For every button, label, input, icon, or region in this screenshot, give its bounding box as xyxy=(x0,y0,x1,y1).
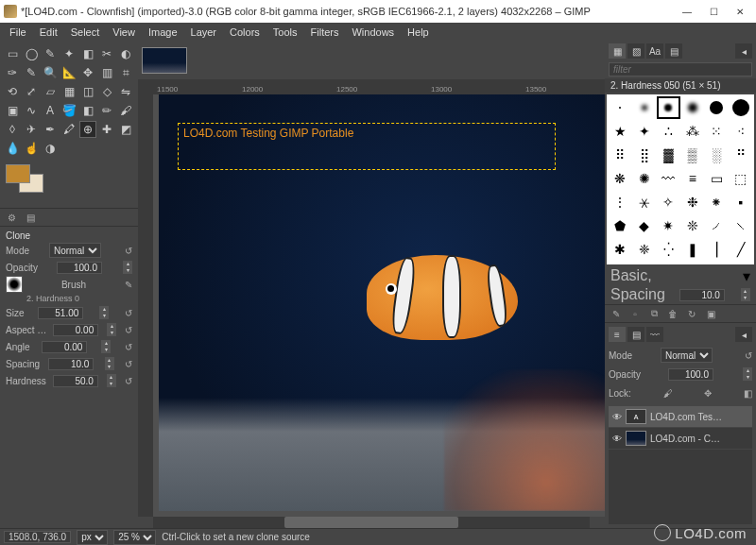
color-swatch[interactable] xyxy=(0,161,138,208)
perspective-clone-tool[interactable]: ◩ xyxy=(117,121,134,138)
brush-item[interactable]: ✷ xyxy=(657,214,680,237)
move-tool[interactable]: ✥ xyxy=(79,64,96,81)
brush-item[interactable]: ❈ xyxy=(633,238,657,261)
color-select-tool[interactable]: ◧ xyxy=(79,45,96,62)
visibility-icon[interactable]: 👁 xyxy=(612,434,622,444)
rect-select-tool[interactable]: ▭ xyxy=(4,45,21,62)
brush-item[interactable]: ◆ xyxy=(633,214,657,237)
paintbrush-tool[interactable]: 🖌 xyxy=(117,102,134,119)
brushes-tab-icon[interactable]: ▦ xyxy=(609,43,626,59)
reset-icon[interactable]: ↺ xyxy=(125,359,132,369)
device-status-tab-icon[interactable]: ▤ xyxy=(23,211,38,224)
pencil-tool[interactable]: ✏ xyxy=(98,102,115,119)
minimize-button[interactable]: — xyxy=(675,3,699,20)
brush-item[interactable]: ⠿ xyxy=(609,144,632,166)
channels-tab-icon[interactable]: ▤ xyxy=(627,327,644,342)
menu-colors[interactable]: Colors xyxy=(224,25,266,40)
brush-item[interactable]: ⬚ xyxy=(730,167,753,190)
brush-item[interactable]: ▭ xyxy=(705,167,729,190)
foreground-color[interactable] xyxy=(6,164,30,183)
brush-item[interactable]: ⟋ xyxy=(705,214,729,237)
brush-item[interactable]: ⚹ xyxy=(633,191,657,213)
blur-tool[interactable]: 💧 xyxy=(4,140,21,157)
brush-item[interactable]: ⁕ xyxy=(705,191,729,213)
spacing-value[interactable]: 10.0 xyxy=(48,358,94,370)
reset-icon[interactable]: ↺ xyxy=(745,350,752,361)
perspective-tool[interactable]: ▦ xyxy=(60,83,77,100)
text-tool[interactable]: A xyxy=(42,102,59,119)
fonts-tab-icon[interactable]: Aa xyxy=(646,43,663,59)
brush-item[interactable]: ⬟ xyxy=(609,214,632,237)
menu-image[interactable]: Image xyxy=(143,25,183,40)
brush-item[interactable]: ⁖ xyxy=(730,120,753,143)
warp-tool[interactable]: ∿ xyxy=(23,102,40,119)
lock-position-icon[interactable]: ✥ xyxy=(704,388,712,399)
gradient-tool[interactable]: ◧ xyxy=(79,102,96,119)
delete-brush-icon[interactable]: 🗑 xyxy=(665,307,680,320)
free-select-tool[interactable]: ✎ xyxy=(42,45,59,62)
ellipse-select-tool[interactable]: ◯ xyxy=(23,45,40,62)
chevron-down-icon[interactable]: ▾ xyxy=(743,267,750,285)
maximize-button[interactable]: ☐ xyxy=(701,3,726,20)
brush-item[interactable]: ⣿ xyxy=(633,144,657,166)
brush-filter-input[interactable] xyxy=(609,62,752,77)
horizontal-scrollbar[interactable] xyxy=(153,517,590,528)
brush-item[interactable]: ✦ xyxy=(633,120,657,143)
angle-value[interactable]: 0.00 xyxy=(42,341,87,353)
menu-windows[interactable]: Windows xyxy=(346,25,400,40)
align-tool[interactable]: ▥ xyxy=(98,64,115,81)
brush-item[interactable]: ⁛ xyxy=(657,238,680,261)
duplicate-brush-icon[interactable]: ⧉ xyxy=(646,307,662,320)
history-tab-icon[interactable]: ▤ xyxy=(665,43,682,59)
transform-3d-tool[interactable]: ◫ xyxy=(79,83,96,100)
ink-tool[interactable]: ✒ xyxy=(42,121,59,138)
menu-help[interactable]: Help xyxy=(402,25,435,40)
layer-opacity-value[interactable]: 100.0 xyxy=(668,368,713,381)
menu-select[interactable]: Select xyxy=(65,25,106,40)
visibility-icon[interactable]: 👁 xyxy=(612,412,622,422)
mypaint-brush-tool[interactable]: 🖍 xyxy=(60,121,77,138)
menu-edit[interactable]: Edit xyxy=(34,25,63,40)
paths-tab-icon[interactable]: 〰 xyxy=(646,327,663,342)
spin-up-icon[interactable]: ▴ xyxy=(123,261,132,267)
brush-item[interactable]: ⁙ xyxy=(705,120,729,143)
clone-tool[interactable]: ⊕ xyxy=(79,121,96,138)
bucket-fill-tool[interactable]: 🪣 xyxy=(60,102,77,119)
brush-item[interactable]: ▒ xyxy=(681,144,705,166)
brush-item[interactable]: ⁂ xyxy=(681,120,705,143)
basic-label[interactable]: Basic, xyxy=(610,267,652,284)
patterns-tab-icon[interactable]: ▨ xyxy=(627,43,644,59)
brush-spacing-value[interactable]: 10.0 xyxy=(679,289,725,301)
reset-icon[interactable]: ↺ xyxy=(125,325,132,335)
brush-item[interactable]: ❊ xyxy=(681,214,705,237)
brush-item[interactable]: 〰 xyxy=(657,167,680,190)
brush-item[interactable]: ⎮ xyxy=(705,238,729,261)
smudge-tool[interactable]: ☝ xyxy=(23,140,40,157)
menu-icon[interactable]: ◂ xyxy=(735,327,752,342)
reset-icon[interactable]: ↺ xyxy=(125,308,132,318)
airbrush-tool[interactable]: ✈ xyxy=(23,121,40,138)
dodge-burn-tool[interactable]: ◑ xyxy=(42,140,59,157)
reset-icon[interactable]: ↺ xyxy=(125,246,132,256)
hardness-value[interactable]: 50.0 xyxy=(53,375,98,387)
layers-tab-icon[interactable]: ≡ xyxy=(609,327,626,342)
zoom-tool[interactable]: 🔍 xyxy=(42,64,59,81)
brush-item[interactable] xyxy=(633,96,657,119)
opacity-value[interactable]: 100.0 xyxy=(57,262,102,274)
refresh-brush-icon[interactable]: ↻ xyxy=(684,307,699,320)
brush-item[interactable] xyxy=(681,96,705,119)
menu-view[interactable]: View xyxy=(107,25,141,40)
brush-item[interactable]: ╱ xyxy=(730,238,753,261)
brush-item[interactable] xyxy=(609,96,632,119)
rotate-tool[interactable]: ⟲ xyxy=(4,83,21,100)
brush-item[interactable]: ⠛ xyxy=(730,144,753,166)
brush-item[interactable] xyxy=(730,96,753,119)
size-value[interactable]: 51.00 xyxy=(38,307,83,319)
menu-filters[interactable]: Filters xyxy=(305,25,345,40)
handle-transform-tool[interactable]: ◇ xyxy=(98,83,115,100)
reset-icon[interactable]: ↺ xyxy=(125,376,132,386)
layer-item[interactable]: 👁 LO4D.com - C… xyxy=(609,428,752,450)
measure-tool[interactable]: 📐 xyxy=(60,64,77,81)
brush-item[interactable]: ⟍ xyxy=(730,214,753,237)
tool-options-tab-icon[interactable]: ⚙ xyxy=(4,211,19,224)
